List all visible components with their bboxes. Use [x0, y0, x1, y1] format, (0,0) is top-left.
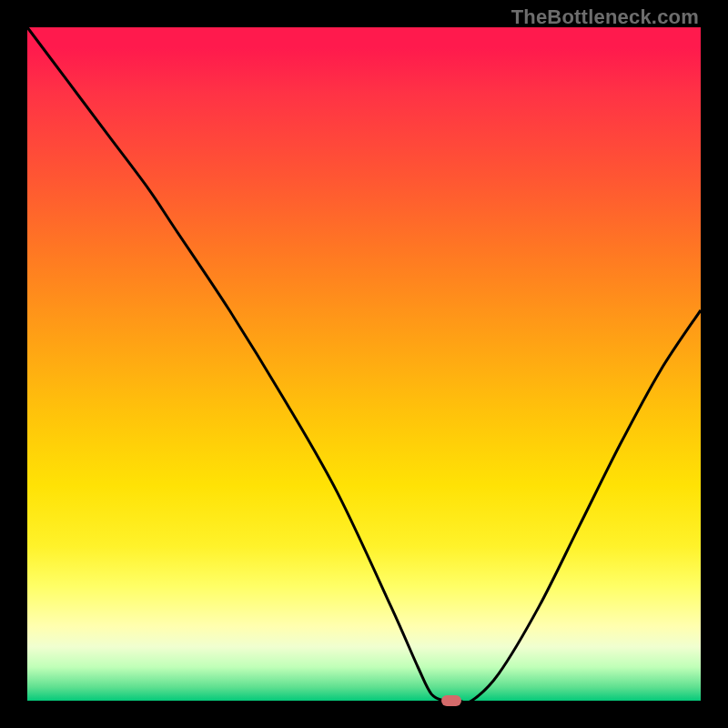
chart-frame: TheBottleneck.com [0, 0, 728, 728]
optimal-marker [441, 695, 461, 706]
plot-area [27, 27, 701, 701]
bottleneck-curve [27, 27, 701, 701]
watermark-text: TheBottleneck.com [511, 5, 699, 29]
curve-path [27, 27, 701, 703]
